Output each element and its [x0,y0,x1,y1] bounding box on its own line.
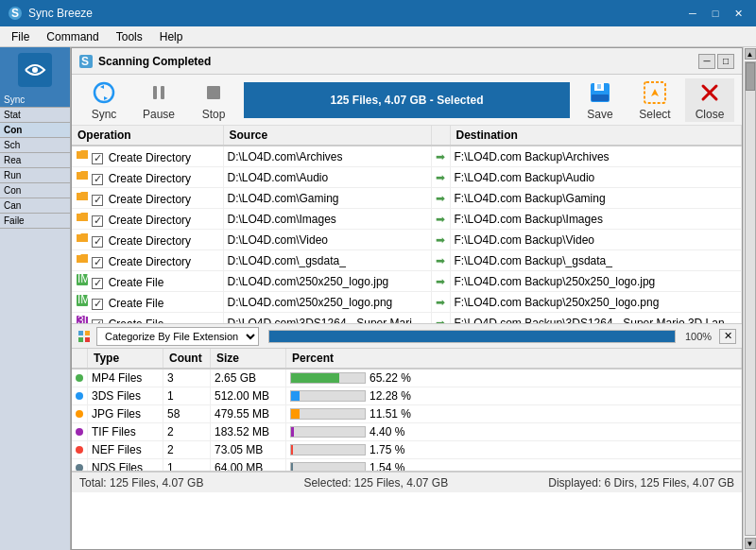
cat-col-size: Size [211,349,286,369]
cell-dst: F:\LO4D.com Backup\250x250_logo.jpg [450,271,742,292]
right-scrollbar[interactable]: ▲ ▼ [743,47,756,550]
cat-pct-cell: 4.40 % [286,423,742,441]
category-bar: Categorize By File Extension 100% ✕ [72,324,742,349]
select-button[interactable]: Select [630,78,679,122]
op-text: Create Directory [109,193,191,206]
sidebar-item-can[interactable]: Can [0,198,70,214]
cell-arrow: ➡ [431,230,450,250]
cat-size-cell: 73.05 MB [211,441,286,459]
dialog-title-buttons: ─ □ [698,54,734,69]
progress-bar-bg [268,330,676,343]
op-text: Create Directory [109,214,191,227]
sidebar-item-sync[interactable]: Sync [0,93,70,108]
op-text: Create File [109,297,164,310]
col-destination: Destination [450,126,742,146]
window-close-button[interactable]: ✕ [728,5,748,22]
cell-op: 3DS Create File [72,313,223,325]
sync-icon [91,79,117,106]
menu-command[interactable]: Command [39,28,106,45]
files-table-area: Operation Source Destination Create Dire… [72,126,742,324]
status-displayed: Displayed: 6 Dirs, 125 Files, 4.07 GB [548,476,734,490]
cell-op: Create Directory [72,209,223,230]
dialog-minimize-button[interactable]: ─ [698,54,715,69]
minimize-button[interactable]: ─ [682,5,703,22]
cell-op: Create Directory [72,146,223,167]
table-row: IMA Create File D:\LO4D.com\250x250_logo… [72,271,742,292]
row-checkbox[interactable] [92,257,103,268]
cell-arrow: ➡ [431,209,450,230]
cell-arrow: ➡ [431,250,450,271]
save-icon [587,79,613,106]
sidebar-item-faile[interactable]: Faile [0,214,70,229]
category-row: MP4 Files 3 2.65 GB 65.22 % [72,369,742,387]
sidebar-item-stat[interactable]: Stat [0,108,70,123]
category-select[interactable]: Categorize By File Extension [96,327,259,346]
select-label: Select [639,108,670,121]
cell-arrow: ➡ [431,188,450,209]
cell-dst: F:\LO4D.com Backup\Images [450,209,742,230]
dialog-maximize-button[interactable]: □ [717,54,734,69]
row-checkbox[interactable] [92,215,103,227]
stop-button[interactable]: Stop [189,78,238,122]
table-row: IMA Create File D:\LO4D.com\250x250_logo… [72,292,742,313]
category-row: 3DS Files 1 512.00 MB 12.28 % [72,387,742,405]
category-close-button[interactable]: ✕ [719,329,736,344]
cell-src: D:\LO4D.com\3DS1264 - Super Mario 3D... [223,313,431,325]
cell-arrow: ➡ [431,167,450,188]
row-checkbox[interactable] [92,153,103,164]
op-text: Create File [109,318,164,324]
table-row: Create Directory D:\LO4D.com\Video ➡ F:\… [72,230,742,250]
cell-arrow: ➡ [431,313,450,325]
cat-type-cell: MP4 Files [88,369,163,387]
menu-help[interactable]: Help [152,28,191,45]
svg-rect-8 [161,86,164,99]
pause-button[interactable]: Pause [134,78,183,122]
scroll-up-button[interactable]: ▲ [745,48,756,60]
row-checkbox[interactable] [92,278,103,289]
scroll-down-button[interactable]: ▼ [745,538,756,549]
cat-size-cell: 479.55 MB [211,405,286,423]
close-label: Close [696,108,725,121]
app-title: Sync Breeze [28,7,93,20]
table-row: Create Directory D:\LO4D.com\Audio ➡ F:\… [72,167,742,188]
title-bar-left: S Sync Breeze [8,6,93,21]
cell-op: Create Directory [72,167,223,188]
menu-tools[interactable]: Tools [109,28,150,45]
cell-src: D:\LO4D.com\Images [223,209,431,230]
sidebar-item-rea[interactable]: Rea [0,153,70,168]
cat-size-cell: 512.00 MB [211,387,286,405]
menu-file[interactable]: File [4,28,37,45]
op-text: Create Directory [109,151,191,164]
save-button[interactable]: Save [576,78,625,122]
close-button[interactable]: Close [685,78,734,122]
row-checkbox[interactable] [92,299,103,310]
cat-pct-cell: 1.54 % [286,459,742,473]
cell-op: Create Directory [72,250,223,271]
cat-col-count: Count [163,349,211,369]
scroll-track[interactable] [745,61,756,536]
row-checkbox[interactable] [92,236,103,248]
svg-rect-33 [78,337,83,342]
svg-text:S: S [81,55,89,68]
svg-text:3DS: 3DS [77,315,89,324]
content-area: S Scanning Completed ─ □ Sync [71,47,743,550]
sidebar-item-con2[interactable]: Con [0,183,70,198]
cat-pct-cell: 11.51 % [286,405,742,423]
title-bar-controls: ─ □ ✕ [682,5,748,22]
cell-dst: F:\LO4D.com Backup\3DS1264 - Super Mario… [450,313,742,325]
cat-dot-cell [72,387,88,405]
maximize-button[interactable]: □ [705,5,726,22]
row-checkbox[interactable] [92,195,103,206]
cell-dst: F:\LO4D.com Backup\Audio [450,167,742,188]
table-row: 3DS Create File D:\LO4D.com\3DS1264 - Su… [72,313,742,325]
table-row: Create Directory D:\LO4D.com\Images ➡ F:… [72,209,742,230]
sync-button[interactable]: Sync [79,78,129,122]
files-table: Operation Source Destination Create Dire… [72,126,742,324]
svg-text:IMA: IMA [77,294,89,306]
row-checkbox[interactable] [92,174,103,185]
sidebar-item-sch[interactable]: Sch [0,138,70,153]
sidebar-item-run[interactable]: Run [0,168,70,183]
sidebar-item-con1[interactable]: Con [0,123,70,138]
pause-label: Pause [143,108,175,121]
scroll-thumb[interactable] [746,62,755,91]
